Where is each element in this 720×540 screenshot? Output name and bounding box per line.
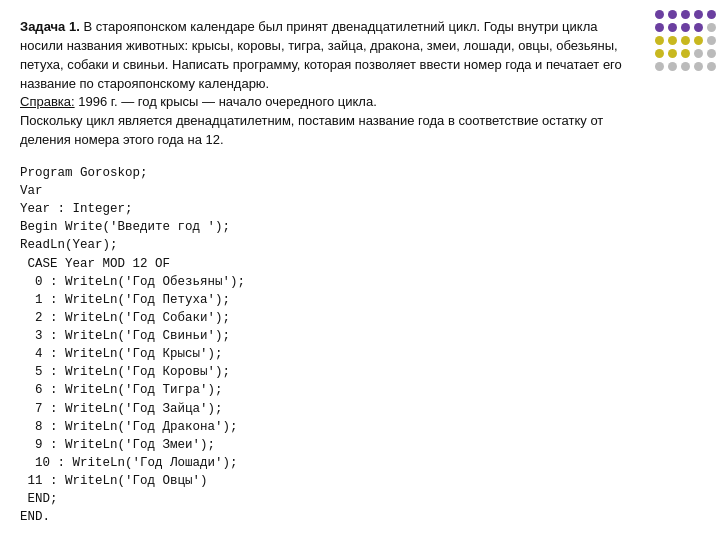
decorative-dot bbox=[668, 10, 677, 19]
hint-label: Справка: bbox=[20, 94, 75, 109]
task-note: Поскольку цикл является двенадцатилетним… bbox=[20, 113, 603, 147]
decorative-dot bbox=[707, 49, 716, 58]
decorative-dot bbox=[681, 23, 690, 32]
sidebar bbox=[652, 0, 720, 540]
hint-text: 1996 г. — год крысы — начало очередного … bbox=[75, 94, 377, 109]
decorative-dot bbox=[681, 10, 690, 19]
decorative-dot bbox=[668, 36, 677, 45]
decorative-dot bbox=[707, 10, 716, 19]
decorative-dot bbox=[707, 23, 716, 32]
decorative-dot bbox=[681, 49, 690, 58]
decorative-dot bbox=[655, 36, 664, 45]
decorative-dot bbox=[707, 36, 716, 45]
decorative-dot bbox=[655, 49, 664, 58]
decorative-dot bbox=[668, 23, 677, 32]
decorative-dot bbox=[681, 62, 690, 71]
decorative-dot bbox=[655, 10, 664, 19]
decorative-dot bbox=[655, 62, 664, 71]
decorative-dot bbox=[655, 23, 664, 32]
decorative-dot bbox=[668, 62, 677, 71]
decorative-dot bbox=[694, 10, 703, 19]
decorative-dot bbox=[694, 36, 703, 45]
code-block: Program Goroskop; Var Year : Integer; Be… bbox=[20, 164, 632, 527]
decorative-dot bbox=[694, 23, 703, 32]
decorative-dot bbox=[694, 62, 703, 71]
task-body: В старояпонском календаре был принят две… bbox=[20, 19, 622, 91]
decorative-dot bbox=[668, 49, 677, 58]
decorative-dot bbox=[694, 49, 703, 58]
page-container: Задача 1. В старояпонском календаре был … bbox=[0, 0, 720, 540]
decorative-dot bbox=[707, 62, 716, 71]
decorative-dot bbox=[681, 36, 690, 45]
dot-grid bbox=[655, 10, 717, 72]
task-description: Задача 1. В старояпонском календаре был … bbox=[20, 18, 632, 150]
main-content: Задача 1. В старояпонском календаре был … bbox=[0, 0, 652, 540]
task-title: Задача 1. bbox=[20, 19, 80, 34]
